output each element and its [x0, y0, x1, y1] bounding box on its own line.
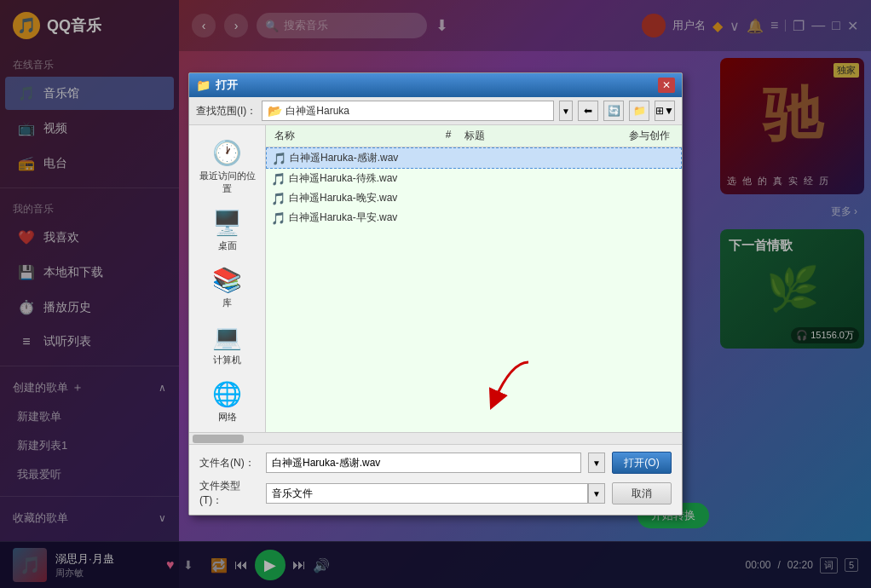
scrollbar-thumb	[193, 435, 244, 443]
file-icon-3: 🎵	[271, 211, 286, 225]
dialog-titlebar: 📁 打开 ✕	[189, 73, 682, 97]
filetype-select-wrapper: 音乐文件 ▼	[266, 483, 605, 504]
new-folder-button[interactable]: 📁	[629, 101, 649, 121]
file-item-2[interactable]: 🎵 白神遥Haruka-晚安.wav	[266, 188, 682, 208]
dialog-nav: 🕐 最近访问的位置 🖥️ 桌面 📚 库 💻 计算机 🌐 网络	[189, 125, 266, 432]
nav-item-network[interactable]: 🌐 网络	[193, 375, 262, 429]
filetype-label: 文件类型(T)：	[199, 479, 259, 508]
nav-item-desktop[interactable]: 🖥️ 桌面	[193, 204, 262, 257]
recent-icon: 🕐	[212, 139, 242, 167]
filetype-display: 音乐文件	[266, 483, 588, 504]
dialog-bottom: 文件名(N)： ▼ 打开(O) 文件类型(T)： 音乐文件 ▼ 取消	[189, 444, 682, 515]
path-dropdown[interactable]: ▼	[559, 101, 573, 121]
horizontal-scrollbar[interactable]	[189, 432, 682, 444]
file-name-1: 白神遥Haruka-待殊.wav	[289, 171, 677, 186]
file-item-1[interactable]: 🎵 白神遥Haruka-待殊.wav	[266, 169, 682, 188]
view-options-button[interactable]: ⊞▼	[655, 101, 675, 121]
col-title[interactable]: 标题	[461, 127, 626, 145]
nav-back-folder-button[interactable]: ⬅	[578, 101, 598, 121]
nav-item-desktop-label: 桌面	[218, 239, 237, 252]
dialog-filelist: 名称 # 标题 参与创作 🎵 白神遥Haruka-感谢.wav 🎵 白神遥Har…	[266, 125, 682, 432]
refresh-button[interactable]: 🔄	[603, 101, 624, 121]
dialog-body: 🕐 最近访问的位置 🖥️ 桌面 📚 库 💻 计算机 🌐 网络	[189, 125, 682, 432]
folder-icon: 📂	[268, 104, 282, 118]
network-icon: 🌐	[212, 380, 242, 408]
library-icon: 📚	[212, 266, 242, 294]
file-dialog: 📁 打开 ✕ 查找范围(I)： 📂 白神遥Haruka ▼ ⬅ 🔄 📁 ⊞▼ 🕐…	[188, 72, 683, 516]
file-name-3: 白神遥Haruka-早安.wav	[289, 210, 677, 225]
filelist-items: 🎵 白神遥Haruka-感谢.wav 🎵 白神遥Haruka-待殊.wav 🎵 …	[266, 147, 682, 432]
filename-label: 文件名(N)：	[199, 456, 259, 470]
nav-item-recent-label: 最近访问的位置	[199, 170, 257, 195]
nav-item-recent[interactable]: 🕐 最近访问的位置	[193, 134, 262, 200]
file-name-2: 白神遥Haruka-晚安.wav	[289, 191, 677, 205]
dialog-title-text: 打开	[216, 78, 653, 93]
button-group: 打开(O)	[612, 452, 672, 474]
desktop-icon: 🖥️	[212, 209, 242, 237]
filetype-row: 文件类型(T)： 音乐文件 ▼ 取消	[199, 479, 672, 508]
current-path: 📂 白神遥Haruka	[262, 101, 554, 121]
col-hash[interactable]: #	[436, 127, 461, 145]
file-icon-1: 🎵	[271, 172, 286, 186]
toolbar-label: 查找范围(I)：	[196, 104, 257, 118]
nav-item-library[interactable]: 📚 库	[193, 261, 262, 314]
file-item-3[interactable]: 🎵 白神遥Haruka-早安.wav	[266, 208, 682, 228]
filename-input[interactable]	[266, 453, 581, 473]
open-button[interactable]: 打开(O)	[612, 452, 672, 474]
filetype-dropdown[interactable]: ▼	[588, 483, 605, 504]
file-name-0: 白神遥Haruka-感谢.wav	[290, 151, 676, 165]
nav-item-library-label: 库	[222, 297, 232, 309]
filename-dropdown[interactable]: ▼	[588, 453, 605, 473]
file-icon-2: 🎵	[271, 192, 286, 205]
dialog-overlay: 📁 打开 ✕ 查找范围(I)： 📂 白神遥Haruka ▼ ⬅ 🔄 📁 ⊞▼ 🕐…	[0, 0, 871, 588]
filename-row: 文件名(N)： ▼ 打开(O)	[199, 452, 672, 474]
col-contrib[interactable]: 参与创作	[626, 127, 677, 145]
file-item-0[interactable]: 🎵 白神遥Haruka-感谢.wav	[266, 147, 682, 169]
nav-item-computer[interactable]: 💻 计算机	[193, 318, 262, 372]
nav-item-computer-label: 计算机	[213, 354, 241, 366]
dialog-toolbar: 查找范围(I)： 📂 白神遥Haruka ▼ ⬅ 🔄 📁 ⊞▼	[189, 97, 682, 125]
cancel-button[interactable]: 取消	[612, 482, 672, 504]
dialog-close-button[interactable]: ✕	[658, 78, 675, 93]
file-icon-0: 🎵	[272, 152, 286, 165]
col-name[interactable]: 名称	[271, 127, 436, 145]
dialog-title-icon: 📁	[196, 78, 211, 92]
filelist-header: 名称 # 标题 参与创作	[266, 125, 682, 147]
nav-item-network-label: 网络	[218, 411, 237, 424]
computer-icon: 💻	[212, 323, 242, 351]
